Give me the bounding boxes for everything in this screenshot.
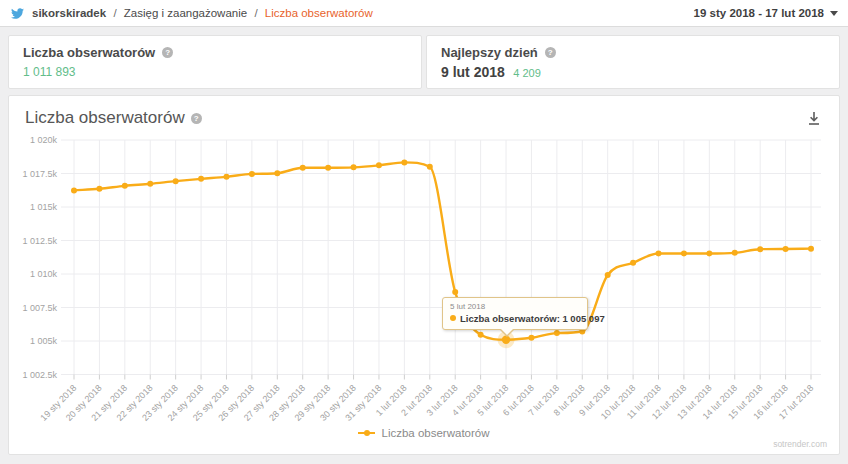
breadcrumb-separator: / [254,7,257,19]
data-point[interactable] [478,332,484,338]
data-point[interactable] [122,183,128,189]
help-icon[interactable]: ? [191,113,202,124]
breadcrumb-account[interactable]: sikorskiradek [32,7,106,19]
data-point[interactable] [427,164,433,170]
data-point[interactable] [376,162,382,168]
data-point[interactable] [579,328,585,334]
followers-card-value: 1 011 893 [23,65,407,79]
best-day-date: 9 lut 2018 [441,64,505,80]
date-range-selector[interactable]: 19 sty 2018 - 17 lut 2018 [694,7,838,19]
data-point[interactable] [630,260,636,266]
y-axis-label: 1 017.5k [22,169,57,179]
followers-card: Liczba obserwatorów ? 1 011 893 [8,35,422,89]
best-day-card: Najlepszy dzień ? 9 lut 2018 4 209 [426,35,840,89]
data-point[interactable] [452,289,458,295]
y-axis-label: 1 002.5k [22,370,57,380]
breadcrumb-current[interactable]: Liczba obserwatorów [265,7,373,19]
chart-title: Liczba obserwatorów [25,108,185,128]
data-point[interactable] [351,164,357,170]
y-axis-label: 1 010k [30,269,58,279]
help-icon[interactable]: ? [545,47,556,58]
data-point[interactable] [757,246,763,252]
breadcrumb-section[interactable]: Zasięg i zaangażowanie [124,7,247,19]
data-point[interactable] [732,250,738,256]
y-axis-label: 1 015k [30,202,58,212]
date-range-label: 19 sty 2018 - 17 lut 2018 [694,7,824,19]
data-point[interactable] [656,250,662,256]
data-point[interactable] [325,165,331,171]
data-point[interactable] [198,176,204,182]
y-axis-label: 1 020k [30,135,58,145]
best-day-card-title: Najlepszy dzień [441,45,538,60]
best-day-value: 4 209 [513,67,541,79]
twitter-icon [10,7,25,20]
data-point[interactable] [274,170,280,176]
data-point[interactable] [808,246,814,252]
help-icon[interactable]: ? [162,47,173,58]
data-point[interactable] [502,336,510,344]
breadcrumb-separator: / [113,7,116,19]
stats-row: Liczba obserwatorów ? 1 011 893 Najlepsz… [8,35,840,89]
download-button[interactable] [805,109,823,128]
y-axis-label: 1 005k [30,336,58,346]
chart-card: Liczba obserwatorów ? 1 020k1 017.5k1 01… [8,95,840,455]
watermark: sotrender.com [773,439,827,449]
data-point[interactable] [96,186,102,192]
download-icon [807,111,821,126]
legend-label: Liczba obserwatorów [381,427,489,439]
y-axis-label: 1 012.5k [22,236,57,246]
topbar: sikorskiradek / Zasięg i zaangażowanie /… [0,0,848,27]
data-point[interactable] [528,335,534,341]
data-point[interactable] [783,246,789,252]
series-line [74,162,811,339]
followers-line-chart: 1 020k1 017.5k1 015k1 012.5k1 010k1 007.… [9,132,841,424]
data-point[interactable] [300,165,306,171]
data-point[interactable] [71,187,77,193]
data-point[interactable] [249,171,255,177]
legend: Liczba obserwatorów [9,422,839,440]
followers-card-title: Liczba obserwatorów [23,45,155,60]
caret-down-icon [830,11,838,16]
legend-item-followers[interactable]: Liczba obserwatorów [358,427,489,439]
data-point[interactable] [173,178,179,184]
data-point[interactable] [147,181,153,187]
legend-line-marker-icon [358,429,375,436]
data-point[interactable] [605,272,611,278]
data-point[interactable] [554,330,560,336]
data-point[interactable] [223,174,229,180]
data-point[interactable] [706,250,712,256]
chart-area: 1 020k1 017.5k1 015k1 012.5k1 010k1 007.… [9,132,841,424]
data-point[interactable] [401,159,407,165]
data-point[interactable] [681,250,687,256]
breadcrumb: sikorskiradek / Zasięg i zaangażowanie /… [32,7,373,19]
y-axis-label: 1 007.5k [22,303,57,313]
